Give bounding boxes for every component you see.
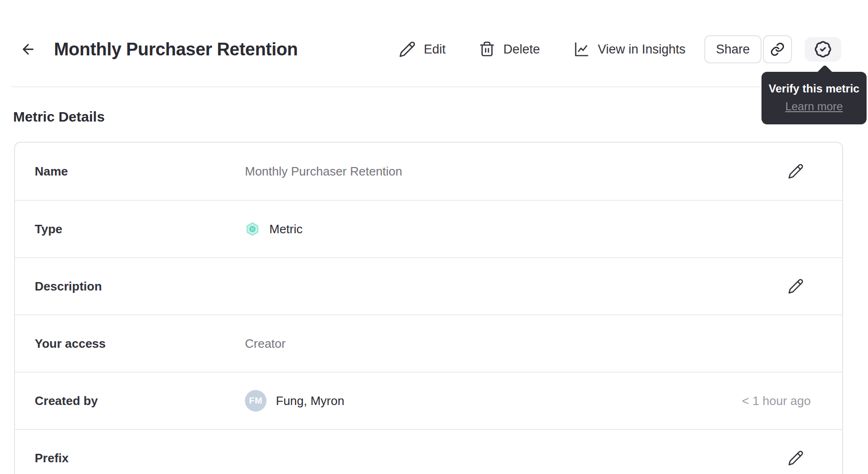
row-label: Name bbox=[35, 164, 245, 179]
edit-description-button[interactable] bbox=[785, 276, 806, 297]
learn-more-link[interactable]: Learn more bbox=[785, 100, 843, 113]
back-button[interactable] bbox=[20, 41, 36, 57]
type-value-label: Metric bbox=[269, 222, 303, 237]
delete-button-label: Delete bbox=[503, 42, 540, 57]
arrow-left-icon bbox=[20, 41, 36, 57]
metric-details-card: Name Monthly Purchaser Retention Type Me… bbox=[14, 142, 843, 474]
created-timestamp: < 1 hour ago bbox=[742, 394, 811, 408]
row-label: Created by bbox=[35, 394, 245, 408]
row-label: Prefix bbox=[35, 451, 245, 466]
verify-metric-tooltip: Verify this metric Learn more bbox=[761, 72, 867, 124]
detail-row-created-by: Created by FM Fung, Myron < 1 hour ago bbox=[15, 372, 842, 429]
share-button-label: Share bbox=[716, 42, 750, 57]
row-value: Monthly Purchaser Retention bbox=[245, 164, 402, 179]
link-icon bbox=[770, 42, 785, 57]
delete-button[interactable]: Delete bbox=[479, 41, 540, 58]
detail-row-your-access: Your access Creator bbox=[15, 314, 842, 372]
detail-row-prefix: Prefix bbox=[15, 429, 842, 474]
page-title: Monthly Purchaser Retention bbox=[54, 39, 298, 60]
verify-metric-button[interactable] bbox=[805, 37, 841, 61]
pencil-icon bbox=[788, 163, 804, 179]
row-value: FM Fung, Myron bbox=[245, 390, 344, 412]
detail-row-description: Description bbox=[15, 257, 842, 314]
verified-badge-icon bbox=[814, 40, 832, 58]
pencil-icon bbox=[399, 41, 416, 58]
share-button[interactable]: Share bbox=[704, 35, 761, 63]
metric-hexagon-icon bbox=[245, 222, 260, 237]
main-content: Metric Details Name Monthly Purchaser Re… bbox=[0, 87, 868, 474]
row-label: Type bbox=[35, 222, 245, 237]
share-button-group: Share bbox=[704, 35, 792, 63]
section-title: Metric Details bbox=[13, 109, 844, 125]
detail-row-type: Type Metric bbox=[15, 200, 842, 257]
edit-prefix-button[interactable] bbox=[785, 448, 806, 468]
header-row: Monthly Purchaser Retention Edit Delete … bbox=[20, 35, 841, 64]
row-label: Description bbox=[35, 279, 245, 294]
created-by-name: Fung, Myron bbox=[276, 394, 344, 408]
row-label: Your access bbox=[35, 336, 245, 351]
row-value: Metric bbox=[245, 222, 303, 237]
header-actions: Edit Delete View in Insights Share bbox=[399, 35, 841, 63]
line-chart-icon bbox=[573, 41, 590, 58]
row-value: Creator bbox=[245, 336, 286, 351]
tooltip-title: Verify this metric bbox=[768, 82, 860, 95]
edit-button[interactable]: Edit bbox=[399, 41, 446, 58]
edit-button-label: Edit bbox=[424, 42, 446, 57]
view-in-insights-button[interactable]: View in Insights bbox=[573, 41, 685, 58]
edit-name-button[interactable] bbox=[785, 161, 806, 182]
view-in-insights-label: View in Insights bbox=[598, 42, 685, 57]
page-header: Monthly Purchaser Retention Edit Delete … bbox=[0, 0, 868, 87]
pencil-icon bbox=[788, 450, 804, 466]
trash-icon bbox=[479, 41, 495, 58]
copy-link-button[interactable] bbox=[763, 35, 792, 63]
avatar: FM bbox=[245, 390, 266, 412]
pencil-icon bbox=[788, 278, 804, 294]
detail-row-name: Name Monthly Purchaser Retention bbox=[15, 143, 842, 200]
